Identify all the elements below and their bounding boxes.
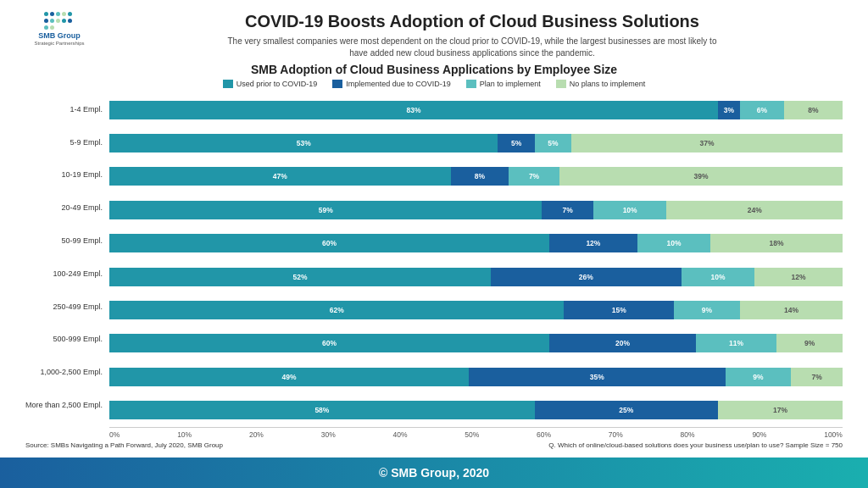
- main-content: SMB Group Strategic Partnerships COVID-1…: [0, 0, 868, 458]
- bar-row: 58%25%17%: [109, 401, 843, 419]
- logo-text: SMB Group: [38, 32, 81, 41]
- bar-segment-plan: 9%: [726, 368, 792, 386]
- y-axis-label: 1,000-2,500 Empl.: [25, 369, 103, 376]
- x-axis-label: 60%: [537, 430, 551, 439]
- bar-row: 83%3%6%8%: [109, 101, 843, 119]
- chart-plot: 83%3%6%8%53%5%5%37%47%8%7%39%59%7%10%24%…: [109, 93, 843, 439]
- bar-segment-plan: 10%: [637, 234, 710, 252]
- logo-dots: [44, 12, 75, 30]
- x-axis-label: 10%: [177, 430, 192, 439]
- legend-item-3: Plan to implement: [466, 80, 541, 88]
- x-axis-label: 100%: [824, 430, 843, 439]
- bar-segment-plan: 10%: [593, 201, 666, 219]
- bar-segment-plan: 9%: [674, 301, 740, 319]
- x-axis-label: 30%: [321, 430, 336, 439]
- bar-segment-used: 59%: [109, 201, 542, 219]
- bar-segment-used: 53%: [109, 134, 498, 152]
- bar-segment-used: 60%: [109, 234, 549, 252]
- chart-section: SMB Adoption of Cloud Business Applicati…: [25, 63, 843, 451]
- bar-segment-implemented: 26%: [491, 268, 682, 286]
- bar-segment-plan: 7%: [509, 167, 559, 186]
- legend-item-4: No plans to implement: [556, 80, 646, 88]
- y-axis-label: 10-19 Empl.: [25, 171, 103, 179]
- bar-segment-implemented: 15%: [564, 301, 674, 319]
- bar-row: 60%20%11%9%: [109, 334, 843, 352]
- bar-segment-noplans: 12%: [754, 268, 843, 286]
- legend-item-2: Implemented due to COVID-19: [332, 80, 451, 88]
- bar-segment-used: 49%: [109, 368, 469, 386]
- footer-bar: © SMB Group, 2020: [0, 458, 868, 488]
- chart-area: 1-4 Empl.5-9 Empl.10-19 Empl.20-49 Empl.…: [25, 93, 843, 439]
- bar-segment-noplans: 37%: [571, 134, 843, 152]
- legend-item-1: Used prior to COVID-19: [223, 80, 318, 88]
- x-axis: 0%10%20%30%40%50%60%70%80%90%100%: [109, 427, 843, 439]
- bar-segment-noplans: 39%: [559, 167, 843, 186]
- legend-label-2: Implemented due to COVID-19: [346, 80, 451, 88]
- bar-segment-implemented: 8%: [451, 167, 509, 186]
- bar-segment-implemented: 5%: [498, 134, 534, 152]
- y-axis-label: 50-99 Empl.: [25, 237, 103, 245]
- copyright-text: © SMB Group, 2020: [379, 466, 489, 480]
- question-text: Q. Which of online/cloud-based solutions…: [548, 441, 843, 449]
- y-axis-labels: 1-4 Empl.5-9 Empl.10-19 Empl.20-49 Empl.…: [25, 93, 109, 439]
- bar-segment-noplans: 17%: [718, 401, 843, 419]
- source-row: Source: SMBs Navigating a Path Forward, …: [25, 439, 843, 451]
- bar-segment-used: 62%: [109, 301, 564, 319]
- bar-row: 62%15%9%14%: [109, 301, 843, 319]
- legend-label-1: Used prior to COVID-19: [236, 80, 318, 88]
- x-axis-label: 0%: [109, 430, 120, 439]
- y-axis-label: 5-9 Empl.: [25, 139, 103, 147]
- bar-row: 59%7%10%24%: [109, 201, 843, 219]
- bar-segment-noplans: 24%: [666, 201, 843, 219]
- bars-container: 83%3%6%8%53%5%5%37%47%8%7%39%59%7%10%24%…: [109, 93, 843, 427]
- bar-segment-implemented: 25%: [535, 401, 718, 419]
- source-text: Source: SMBs Navigating a Path Forward, …: [25, 441, 223, 449]
- bar-row: 49%35%9%7%: [109, 368, 843, 386]
- title-area: COVID-19 Boosts Adoption of Cloud Busine…: [102, 12, 843, 59]
- bar-segment-noplans: 14%: [740, 301, 843, 319]
- subtitle: The very smallest companies were most de…: [102, 36, 843, 59]
- bar-row: 60%12%10%18%: [109, 234, 843, 252]
- bar-segment-noplans: 18%: [710, 234, 843, 252]
- bar-segment-implemented: 7%: [542, 201, 593, 219]
- bar-segment-plan: 11%: [696, 334, 776, 352]
- header-row: SMB Group Strategic Partnerships COVID-1…: [25, 12, 843, 59]
- legend-color-2: [332, 80, 342, 88]
- bar-segment-plan: 10%: [682, 268, 754, 286]
- x-axis-label: 50%: [465, 430, 479, 439]
- bar-segment-noplans: 8%: [784, 101, 843, 119]
- bar-row: 52%26%10%12%: [109, 268, 843, 286]
- bar-segment-implemented: 20%: [549, 334, 696, 352]
- x-axis-label: 40%: [392, 430, 407, 439]
- legend-color-1: [223, 80, 233, 88]
- legend-label-3: Plan to implement: [480, 80, 541, 88]
- x-axis-label: 20%: [249, 430, 264, 439]
- bar-row: 53%5%5%37%: [109, 134, 843, 152]
- bar-segment-implemented: 35%: [469, 368, 726, 386]
- bar-segment-noplans: 9%: [776, 334, 843, 352]
- bar-segment-implemented: 12%: [549, 234, 637, 252]
- bar-row: 47%8%7%39%: [109, 167, 843, 186]
- y-axis-label: 20-49 Empl.: [25, 204, 103, 212]
- y-axis-label: More than 2,500 Empl.: [25, 402, 103, 409]
- y-axis-label: 1-4 Empl.: [25, 106, 103, 114]
- x-axis-label: 90%: [752, 430, 766, 439]
- logo-area: SMB Group Strategic Partnerships: [25, 12, 93, 46]
- bar-segment-noplans: 7%: [791, 368, 843, 386]
- bar-segment-used: 58%: [109, 401, 535, 419]
- legend-label-4: No plans to implement: [570, 80, 646, 88]
- y-axis-label: 250-499 Empl.: [25, 303, 103, 311]
- legend: Used prior to COVID-19 Implemented due t…: [25, 80, 843, 88]
- legend-color-3: [466, 80, 476, 88]
- x-axis-label: 80%: [681, 430, 695, 439]
- chart-title: SMB Adoption of Cloud Business Applicati…: [25, 63, 843, 76]
- bar-segment-plan: 5%: [535, 134, 571, 152]
- y-axis-label: 500-999 Empl.: [25, 336, 103, 343]
- bar-segment-implemented: 3%: [718, 101, 740, 119]
- legend-color-4: [556, 80, 566, 88]
- logo-subtext: Strategic Partnerships: [34, 41, 84, 46]
- bar-segment-used: 52%: [109, 268, 491, 286]
- bar-segment-plan: 6%: [740, 101, 784, 119]
- x-axis-label: 70%: [609, 430, 623, 439]
- bar-segment-used: 83%: [109, 101, 718, 119]
